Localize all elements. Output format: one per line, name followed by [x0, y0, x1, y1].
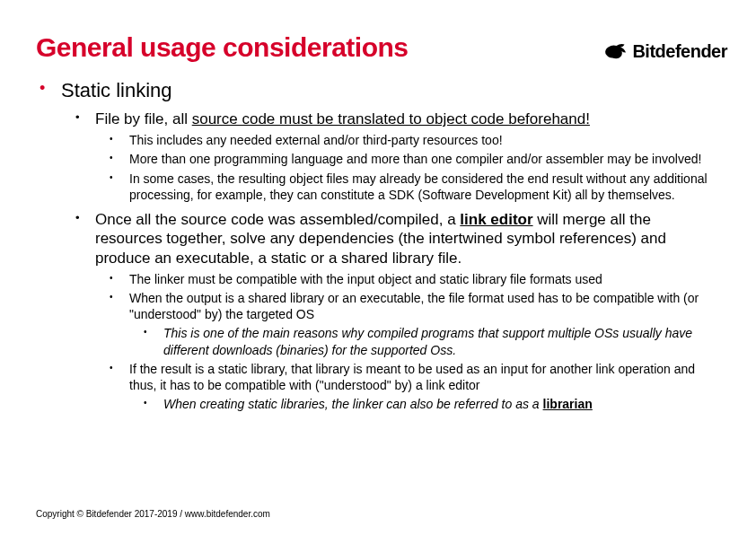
- l1-text: Static linking: [61, 79, 172, 101]
- bullet-l4: This is one of the main reasons why comp…: [136, 325, 720, 357]
- brand-logo: Bitdefender: [602, 38, 727, 65]
- l3-text: When the output is a shared library or a…: [129, 291, 699, 321]
- bullet-l2: Once all the source code was assembled/c…: [68, 210, 720, 412]
- text-span-boldunder: link editor: [460, 211, 532, 228]
- l4-text: When creating static libraries, the link…: [163, 397, 593, 411]
- l4-text: This is one of the main reasons why comp…: [163, 326, 692, 356]
- bullet-l3: The linker must be compatible with the i…: [102, 271, 720, 287]
- text-span-underline: source code must be translated to object…: [192, 110, 590, 127]
- l3-text: More than one programming language and m…: [129, 152, 701, 166]
- bullet-l3: This includes any needed external and/or…: [102, 132, 720, 148]
- l3-text: This includes any needed external and/or…: [129, 133, 503, 147]
- l2-heading: Once all the source code was assembled/c…: [95, 211, 666, 267]
- bullet-l3: In some cases, the resulting object file…: [102, 171, 720, 203]
- bullet-l2: File by file, all source code must be tr…: [68, 110, 720, 203]
- text-span: Once all the source code was assembled/c…: [95, 211, 460, 228]
- footer-copyright: Copyright © Bitdefender 2017-2019 / www.…: [36, 509, 270, 519]
- l3-text: If the result is a static library, that …: [129, 362, 695, 392]
- brand-name: Bitdefender: [632, 41, 727, 62]
- dragon-icon: [602, 38, 629, 65]
- text-span-boldunder: librarian: [543, 397, 593, 411]
- bullet-l3: More than one programming language and m…: [102, 151, 720, 167]
- bullet-l1: Static linking File by file, all source …: [36, 79, 720, 412]
- text-span: File by file, all: [95, 110, 192, 127]
- bullet-l3: If the result is a static library, that …: [102, 361, 720, 413]
- l3-text: The linker must be compatible with the i…: [129, 272, 602, 286]
- bullet-l3: When the output is a shared library or a…: [102, 290, 720, 358]
- bullet-l4: When creating static libraries, the link…: [136, 396, 720, 412]
- text-span: When creating static libraries, the link…: [163, 397, 543, 411]
- l2-heading: File by file, all source code must be tr…: [95, 110, 590, 127]
- l3-text: In some cases, the resulting object file…: [129, 171, 708, 202]
